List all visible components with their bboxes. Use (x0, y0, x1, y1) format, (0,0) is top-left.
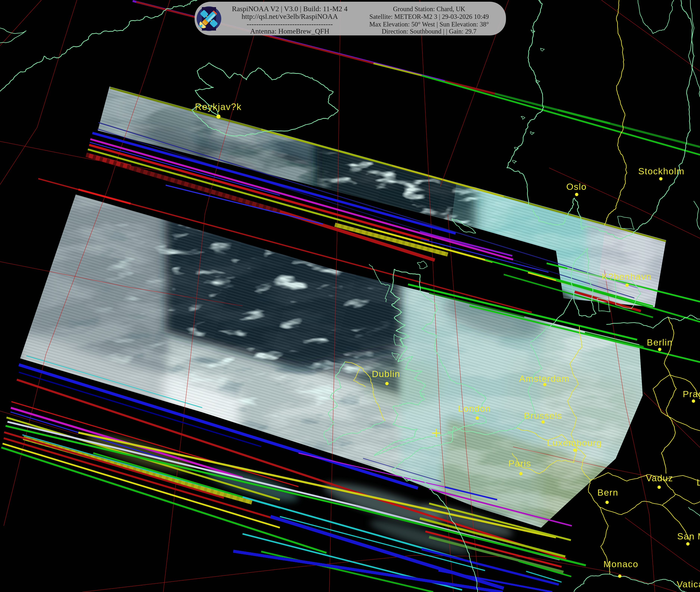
svg-text:Amsterdam: Amsterdam (519, 374, 570, 384)
svg-text:Luxembourg: Luxembourg (547, 438, 602, 448)
svg-text:Oslo: Oslo (566, 182, 587, 192)
svg-text:Stockholm: Stockholm (638, 166, 685, 176)
svg-text:Max Elevation: 50° West | Sun: Max Elevation: 50° West | Sun Elevation:… (369, 21, 489, 28)
svg-text:San Mar: San Mar (677, 531, 700, 541)
svg-text:http://qsl.net/ve3elb/RaspiNOA: http://qsl.net/ve3elb/RaspiNOAA (242, 12, 338, 20)
svg-text:RaspiNOAA V2 | V3.0 | Build: 1: RaspiNOAA V2 | V3.0 | Build: 11-M2 4 (232, 5, 347, 13)
svg-text:------------------------------: ------------------------------------ (247, 20, 333, 28)
svg-text:Brussels: Brussels (524, 410, 562, 421)
svg-text:Prague: Prague (683, 389, 700, 399)
svg-text:Bern: Bern (597, 487, 618, 497)
svg-text:Lju: Lju (697, 477, 700, 487)
svg-text:Vaduz: Vaduz (646, 473, 673, 483)
svg-text:Ground Station: Chard, UK: Ground Station: Chard, UK (393, 5, 465, 13)
svg-text:Direction: Southbound | | Gain: Direction: Southbound | | Gain: 29.7 (382, 28, 476, 35)
svg-text:Berlin: Berlin (647, 337, 672, 347)
svg-text:Vatica: Vatica (677, 579, 700, 589)
svg-text:Reykjav?k: Reykjav?k (195, 102, 242, 112)
svg-text:Dublin: Dublin (372, 369, 400, 379)
svg-text:Monaco: Monaco (603, 559, 639, 569)
svg-text:K?benhavn: K?benhavn (602, 272, 652, 282)
svg-text:Satellite: METEOR-M2 3 | 29-03: Satellite: METEOR-M2 3 | 29-03-2026 10:4… (369, 13, 489, 20)
svg-text:London: London (458, 403, 491, 413)
svg-text:Paris: Paris (508, 458, 531, 468)
svg-text:Antenna: HomeBrew_QFH: Antenna: HomeBrew_QFH (250, 27, 329, 35)
